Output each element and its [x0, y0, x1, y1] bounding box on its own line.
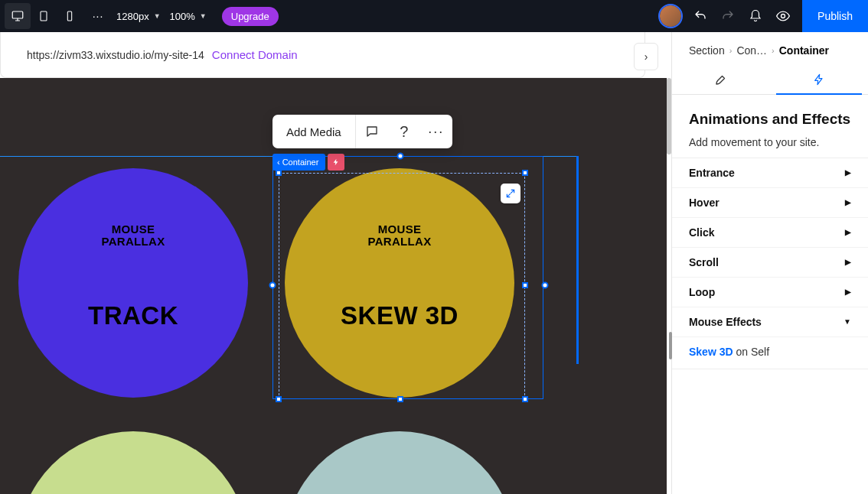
effect-target: on Self — [733, 346, 769, 358]
resize-handle[interactable] — [542, 282, 549, 289]
lightning-icon — [332, 158, 340, 166]
breadcrumb-section[interactable]: Section — [689, 44, 725, 57]
question-icon: ? — [400, 123, 408, 141]
chevron-right-icon: ▶ — [845, 228, 851, 236]
more-devices-button[interactable]: ··· — [87, 10, 109, 22]
accordion-loop[interactable]: Loop ▶ — [672, 278, 868, 307]
ellipsis-icon: ··· — [428, 124, 444, 140]
accordion-click[interactable]: Click ▶ — [672, 218, 868, 248]
accordion-label: Click — [689, 226, 714, 239]
selection-label-text: Container — [282, 158, 319, 167]
accordion-label: Scroll — [689, 256, 719, 268]
redo-button[interactable] — [720, 8, 736, 24]
circle-bottom-right[interactable] — [285, 431, 514, 494]
upgrade-button[interactable]: Upgrade — [222, 7, 279, 26]
zoom-select[interactable]: 100% ▼ — [170, 11, 207, 22]
preview-button[interactable] — [775, 8, 791, 24]
comment-button[interactable] — [356, 115, 388, 148]
circle-track[interactable]: MOUSEPARALLAX TRACK — [18, 168, 248, 398]
resize-handle[interactable] — [522, 170, 528, 176]
panel-resize-handle[interactable] — [669, 332, 672, 359]
expand-icon — [505, 188, 516, 199]
selection-effect-badge[interactable] — [328, 154, 344, 171]
accordion-mouse-effects[interactable]: Mouse Effects ▼ — [672, 307, 868, 337]
site-url: https://zivm33.wixstudio.io/my-site-14 — [27, 49, 204, 61]
undo-icon — [693, 9, 707, 23]
chevron-right-icon: › — [644, 50, 648, 63]
accordion-label: Mouse Effects — [689, 316, 762, 328]
connect-domain-link[interactable]: Connect Domain — [212, 48, 298, 61]
help-button[interactable]: ? — [388, 115, 420, 148]
breadcrumb-container[interactable]: Container — [779, 44, 829, 57]
undo-button[interactable] — [692, 8, 709, 24]
zoom-value: 100% — [170, 11, 195, 22]
svg-rect-1 — [41, 11, 47, 21]
redo-icon — [721, 9, 735, 23]
mouse-effect-row[interactable]: Skew 3D on Self — [672, 337, 868, 369]
collapse-urlbar-button[interactable]: › — [634, 43, 658, 70]
accordion-label: Loop — [689, 286, 715, 298]
chevron-left-icon: ‹ — [277, 158, 280, 167]
svg-rect-2 — [67, 11, 71, 21]
viewport-value: 1280px — [116, 11, 149, 22]
panel-header: Animations and Effects Add movement to y… — [672, 95, 868, 158]
resize-handle[interactable] — [276, 396, 282, 402]
tab-interactions[interactable] — [770, 64, 868, 94]
element-toolbar: Add Media ? ··· — [272, 115, 452, 148]
chevron-right-icon: ▶ — [845, 258, 851, 266]
resize-handle[interactable] — [397, 396, 403, 402]
chevron-right-icon: ▶ — [845, 168, 851, 177]
accordion-scroll[interactable]: Scroll ▶ — [672, 248, 868, 278]
brush-icon — [714, 73, 728, 86]
expand-button[interactable] — [501, 184, 520, 203]
tablet-device-button[interactable] — [31, 3, 57, 29]
tab-design[interactable] — [672, 64, 770, 94]
desktop-icon — [11, 9, 24, 23]
panel-title: Animations and Effects — [689, 110, 851, 128]
chevron-right-icon: ▶ — [845, 198, 851, 206]
top-bar: ··· 1280px ▼ 100% ▼ Upgrade Publish — [0, 0, 868, 32]
add-media-button[interactable]: Add Media — [272, 125, 355, 138]
panel-description: Add movement to your site. — [689, 136, 851, 148]
svg-point-3 — [782, 15, 785, 18]
section-bracket — [576, 156, 579, 364]
canvas[interactable]: https://zivm33.wixstudio.io/my-site-14 C… — [0, 32, 671, 494]
chevron-right-icon: › — [729, 46, 733, 55]
resize-handle[interactable] — [522, 282, 528, 288]
circle-bottom-left[interactable] — [18, 431, 248, 494]
chevron-right-icon: › — [772, 46, 775, 55]
accordion-entrance[interactable]: Entrance ▶ — [672, 158, 868, 188]
chevron-down-icon: ▼ — [844, 317, 851, 326]
notifications-button[interactable] — [747, 8, 764, 24]
mobile-device-button[interactable] — [57, 3, 83, 29]
circle-sub-label: MOUSEPARALLAX — [102, 223, 165, 248]
mobile-icon — [64, 10, 76, 22]
lightning-icon — [813, 73, 825, 86]
selection-label[interactable]: ‹ Container — [272, 154, 325, 171]
accordion-hover[interactable]: Hover ▶ — [672, 188, 868, 218]
viewport-select[interactable]: 1280px ▼ — [116, 11, 161, 22]
resize-handle[interactable] — [522, 396, 528, 402]
more-actions-button[interactable]: ··· — [420, 115, 452, 148]
resize-handle[interactable] — [276, 170, 282, 176]
url-bar: https://zivm33.wixstudio.io/my-site-14 C… — [0, 32, 645, 78]
comment-icon — [365, 125, 379, 138]
panel-tabs — [672, 64, 868, 95]
accordion-label: Entrance — [689, 167, 735, 179]
bell-icon — [749, 9, 762, 23]
circle-main-label: TRACK — [88, 301, 178, 330]
device-switcher — [0, 3, 87, 29]
desktop-device-button[interactable] — [5, 3, 31, 29]
publish-button[interactable]: Publish — [802, 0, 868, 32]
user-avatar[interactable] — [660, 5, 681, 27]
effect-name[interactable]: Skew 3D — [689, 346, 733, 358]
design-surface[interactable]: MOUSEPARALLAX TRACK MOUSEPARALLAX SKEW 3… — [0, 78, 667, 494]
breadcrumb-container-parent[interactable]: Con… — [736, 44, 767, 57]
breadcrumb: Section › Con… › Container — [672, 32, 868, 64]
resize-handle[interactable] — [269, 282, 276, 289]
inspector-panel: Section › Con… › Container Animations an… — [671, 32, 868, 494]
eye-icon — [775, 8, 791, 24]
topbar-right: Publish — [660, 0, 868, 32]
resize-handle[interactable] — [397, 153, 404, 160]
selection-label-row: ‹ Container — [272, 154, 344, 171]
